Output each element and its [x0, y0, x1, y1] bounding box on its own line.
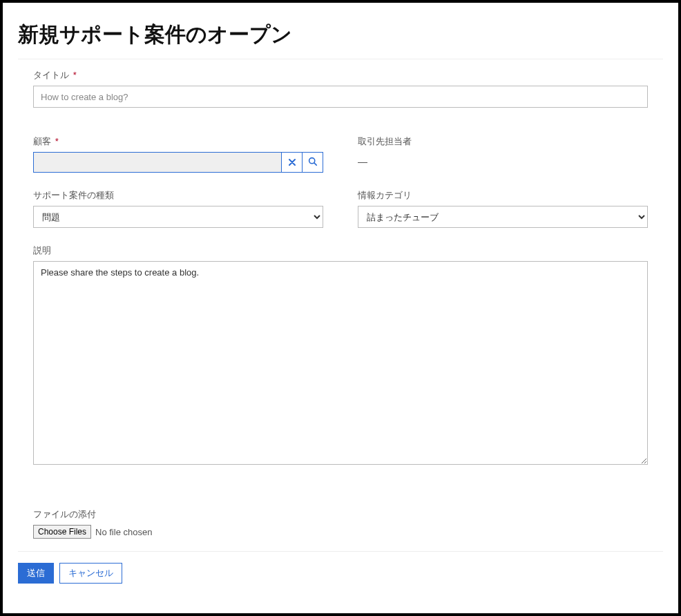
- app-frame: 新規サポート案件のオープン タイトル * 顧客 *: [0, 0, 681, 616]
- title-label: タイトル *: [33, 69, 648, 81]
- title-required-mark: *: [73, 70, 77, 80]
- submit-button[interactable]: 送信: [18, 563, 54, 584]
- description-textarea[interactable]: [33, 261, 648, 465]
- choose-files-button[interactable]: Choose Files: [33, 525, 91, 539]
- title-input[interactable]: [33, 86, 648, 108]
- case-type-select[interactable]: 問題: [33, 206, 323, 228]
- case-type-field: サポート案件の種類 問題: [33, 189, 323, 228]
- close-icon: [289, 157, 296, 168]
- button-row: 送信 キャンセル: [18, 563, 663, 584]
- page-title: 新規サポート案件のオープン: [18, 21, 663, 49]
- divider-top: [18, 59, 663, 59]
- customer-input[interactable]: [34, 153, 281, 172]
- customer-search-button[interactable]: [302, 153, 323, 172]
- description-label: 説明: [33, 244, 648, 257]
- description-field: 説明: [33, 244, 648, 467]
- type-category-row: サポート案件の種類 問題 情報カテゴリ 詰まったチューブ: [33, 189, 648, 244]
- customer-required-mark: *: [55, 136, 59, 146]
- svg-line-1: [314, 163, 316, 165]
- file-row: Choose Files No file chosen: [33, 525, 648, 539]
- customer-label: 顧客 *: [33, 135, 323, 148]
- attach-field: ファイルの添付 Choose Files No file chosen: [33, 508, 648, 539]
- info-category-select[interactable]: 詰まったチューブ: [358, 206, 648, 228]
- contact-field: 取引先担当者 —: [358, 135, 648, 173]
- info-category-field: 情報カテゴリ 詰まったチューブ: [358, 189, 648, 228]
- title-label-text: タイトル: [33, 70, 69, 80]
- form-area: タイトル * 顧客 *: [18, 69, 663, 539]
- customer-contact-row: 顧客 *: [33, 135, 648, 189]
- customer-label-text: 顧客: [33, 136, 51, 146]
- customer-lookup: [33, 152, 323, 173]
- title-field: タイトル *: [33, 69, 648, 108]
- customer-field: 顧客 *: [33, 135, 323, 173]
- contact-value: —: [358, 152, 648, 167]
- attach-label: ファイルの添付: [33, 508, 648, 521]
- cancel-button[interactable]: キャンセル: [59, 563, 122, 584]
- divider-bottom: [18, 551, 663, 552]
- customer-clear-button[interactable]: [281, 153, 302, 172]
- contact-label: 取引先担当者: [358, 135, 648, 148]
- info-category-label: 情報カテゴリ: [358, 189, 648, 202]
- case-type-label: サポート案件の種類: [33, 189, 323, 202]
- search-icon: [308, 157, 317, 168]
- file-status-text: No file chosen: [95, 527, 152, 537]
